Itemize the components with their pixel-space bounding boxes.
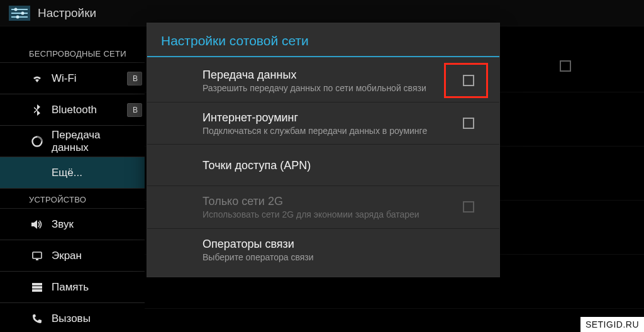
dialog-title: Настройки сотовой сети	[147, 23, 499, 57]
sidebar-item-storage[interactable]: Память	[0, 272, 145, 303]
background-checkbox[interactable]	[560, 60, 571, 72]
checkbox	[463, 201, 474, 213]
row-title: Только сети 2G	[203, 195, 430, 208]
settings-screen: Настройки БЕСПРОВОДНЫЕ СЕТИ Wi-Fi В Blue…	[0, 0, 644, 332]
sidebar-item-sound[interactable]: Звук	[0, 209, 145, 240]
row-title: Интернет-роуминг	[203, 111, 430, 124]
sidebar-item-calls[interactable]: Вызовы	[0, 303, 145, 332]
svg-rect-12	[32, 289, 42, 292]
row-subtitle: Разрешить передачу данных по сети мобиль…	[203, 83, 430, 94]
checkbox[interactable]	[463, 75, 474, 86]
svg-rect-10	[32, 283, 42, 285]
sidebar-item-wifi[interactable]: Wi-Fi В	[0, 63, 145, 94]
row-title: Операторы связи	[203, 238, 430, 251]
sidebar-item-display[interactable]: Экран	[0, 240, 145, 272]
row-title: Точки доступа (APN)	[203, 159, 430, 172]
svg-point-5	[21, 11, 25, 14]
bluetooth-icon	[29, 104, 45, 116]
row-data-roaming[interactable]: Интернет-роуминг Подключаться к службам …	[147, 102, 499, 145]
sidebar: БЕСПРОВОДНЫЕ СЕТИ Wi-Fi В Bluetooth В	[0, 26, 145, 332]
settings-app-icon	[8, 4, 31, 23]
display-icon	[29, 250, 45, 262]
row-apn[interactable]: Точки доступа (APN)	[147, 145, 499, 186]
svg-point-4	[14, 8, 18, 11]
volume-icon	[29, 219, 45, 230]
section-device: УСТРОЙСТВО	[0, 189, 145, 209]
wifi-icon	[29, 74, 45, 84]
svg-point-6	[16, 15, 19, 18]
row-network-operators[interactable]: Операторы связи Выберите оператора связи	[147, 229, 499, 271]
sidebar-item-label: Ещё...	[29, 167, 82, 179]
toggle-badge[interactable]: В	[127, 72, 142, 86]
sidebar-item-bluetooth[interactable]: Bluetooth В	[0, 94, 145, 126]
watermark: SETIGID.RU	[580, 317, 644, 332]
row-subtitle: Выберите оператора связи	[203, 252, 430, 263]
svg-rect-8	[33, 252, 42, 258]
dialog-list: Передача данных Разрешить передачу данны…	[147, 57, 499, 277]
storage-icon	[29, 282, 45, 292]
row-title: Передача данных	[203, 69, 430, 82]
row-subtitle: Подключаться к службам передачи данных в…	[203, 126, 430, 137]
row-data-enabled[interactable]: Передача данных Разрешить передачу данны…	[147, 60, 499, 102]
app-title: Настройки	[38, 6, 96, 20]
phone-icon	[29, 313, 45, 324]
section-wireless: БЕСПРОВОДНЫЕ СЕТИ	[0, 45, 145, 63]
mobile-network-dialog: Настройки сотовой сети Передача данных Р…	[147, 23, 500, 277]
data-usage-icon	[29, 136, 45, 147]
row-2g-only: Только сети 2G Использовать сети 2G для …	[147, 186, 499, 229]
sidebar-item-data-usage[interactable]: Передача данных	[0, 126, 145, 157]
sidebar-item-more[interactable]: Ещё...	[0, 157, 145, 189]
row-subtitle: Использовать сети 2G для экономии заряда…	[203, 209, 430, 221]
svg-rect-11	[32, 286, 42, 289]
toggle-badge[interactable]: В	[127, 103, 142, 117]
checkbox[interactable]	[463, 118, 474, 129]
svg-rect-9	[36, 259, 38, 260]
